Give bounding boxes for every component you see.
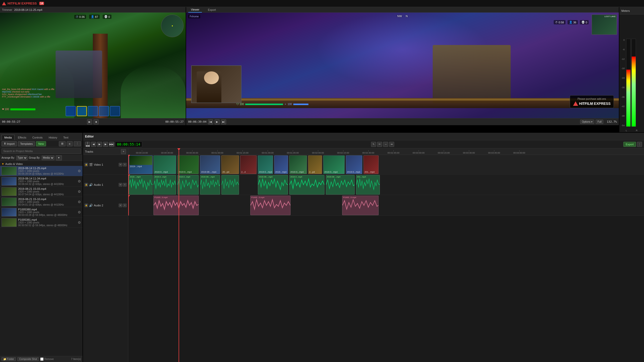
remove-checkbox[interactable]	[40, 357, 44, 361]
video-clip-0[interactable]: 2019-...mp4	[129, 155, 153, 174]
audio2-mute[interactable]: M	[119, 204, 122, 207]
next-btn[interactable]: ▶	[103, 142, 108, 147]
play-btn-viewer[interactable]: ▶	[215, 119, 220, 124]
tab-media[interactable]: Media	[2, 135, 15, 140]
video-clip-9[interactable]: 2...p4	[308, 155, 322, 174]
video-clip-4[interactable]: 20...p4	[221, 155, 239, 174]
add-track-btn[interactable]: +	[121, 149, 126, 154]
zoom-btn[interactable]: Full	[596, 120, 603, 124]
media-item-5[interactable]: P1005381.mp4 1920 × 1080 pixels 00:50:50…	[0, 217, 83, 228]
new-button[interactable]: New	[36, 141, 46, 146]
audio-clip-6[interactable]: 2019-0...mp4	[289, 175, 325, 195]
filter-btn[interactable]: ▾	[56, 155, 62, 160]
gear-icon-2[interactable]: ⚙	[78, 190, 81, 194]
video1-lock-btn[interactable]: 🔒	[85, 163, 88, 166]
audio2-solo[interactable]: S	[123, 204, 127, 207]
media-item-1[interactable]: 2019-08-14 11-34.mp4 1920 × 1080 pixels …	[0, 176, 83, 187]
audio-track-1[interactable]: 2019-...mp4 2019-0...mp4 2	[128, 174, 644, 195]
gear-icon-5[interactable]: ⚙	[78, 220, 81, 224]
video-track-1[interactable]: 2019-...mp4 2019-0...mp4 2019-0...mp4	[128, 155, 644, 174]
tab-text[interactable]: Text	[61, 135, 71, 140]
media-item-4[interactable]: P1005380.mp4 1920 × 1080 pixels 00:03:33…	[0, 207, 83, 217]
view-toggle-grid[interactable]: ⊞	[59, 141, 66, 146]
ruler-15: 00:04:00:00	[507, 150, 532, 154]
audio2-clip-0[interactable]: P1005...0.mp4	[153, 196, 199, 215]
video-clip-1[interactable]: 2019-0...mp4	[153, 155, 176, 174]
audio2-clip-2[interactable]: P1005...0.mp4	[342, 196, 379, 215]
audio-clip-0[interactable]: 2019-...mp4	[129, 175, 153, 195]
composite-shot-btn[interactable]: Composite Shot	[17, 357, 39, 361]
audio1-lock-btn[interactable]: 🔒	[85, 183, 88, 187]
editor-options-btn[interactable]: ⋮	[637, 142, 642, 147]
group-by-select[interactable]: Media	[42, 156, 54, 160]
media-item-0[interactable]: 2019-08-14 11-25.mp4 1920 × 1080 pixels …	[0, 166, 83, 176]
play-button-left[interactable]: ▶	[87, 119, 92, 124]
stop-button-left[interactable]: ■	[94, 119, 99, 124]
thumb-img-5	[2, 218, 16, 227]
media-item-2[interactable]: 2019-08-21 15-03.mp4 1920 × 1080 pixels …	[0, 187, 83, 197]
thumb-img-2	[2, 188, 16, 196]
audio-clip-7[interactable]: 2019-08-...mp4	[326, 175, 355, 195]
play-editor-btn[interactable]: ▶	[97, 142, 102, 147]
audio-clip-8[interactable]: 201...mp4	[356, 175, 380, 195]
video-clip-10[interactable]: 2019-0...mp4	[323, 155, 345, 174]
prev-btn[interactable]: ◀	[91, 142, 96, 147]
tab-controls[interactable]: Controls	[29, 135, 45, 140]
gear-icon-4[interactable]: ⚙	[78, 210, 81, 214]
video-clip-6[interactable]: 2019-0...mp4	[258, 155, 273, 174]
video-clip-7[interactable]: 2019...mp4	[274, 155, 288, 174]
media-options-btn[interactable]: ⋮	[74, 141, 81, 146]
audio2-clip-1[interactable]: P1005...0.mp4	[250, 196, 291, 215]
video-clip-3[interactable]: 2019-08-...mp4	[200, 155, 220, 174]
gear-icon-1[interactable]: ⚙	[78, 179, 81, 183]
audio2-lock-btn[interactable]: 🔒	[85, 204, 88, 207]
tab-viewer[interactable]: Viewer	[188, 7, 202, 13]
audio-clip-2[interactable]: 2019-0...mp4	[177, 175, 199, 195]
prev-frame-btn[interactable]: |◀	[208, 119, 213, 124]
timeline-ruler: 00:00:15:00 00:00:30:00 00:00:45:00 00:0…	[128, 148, 644, 155]
gear-icon-3[interactable]: ⚙	[78, 200, 81, 204]
folder-audio-video[interactable]: ▼ Audio & Video	[0, 162, 83, 166]
editor-export-btn[interactable]: Export	[623, 142, 636, 147]
templates-button[interactable]: Templates	[18, 141, 35, 146]
audio-clip-5[interactable]: 2019-08-...mp4	[258, 175, 288, 195]
audio1-solo[interactable]: S	[123, 183, 127, 187]
next-frame-btn[interactable]: ▶|	[221, 119, 226, 124]
video-clip-12[interactable]: 201...mp4	[364, 155, 379, 174]
tab-export[interactable]: Export	[205, 7, 219, 12]
tool-slip[interactable]: ↔	[383, 142, 388, 147]
tool-select[interactable]: ↖	[371, 142, 376, 147]
tool-cut[interactable]: ✂	[377, 142, 382, 147]
media-item-3[interactable]: 2019-08-21 15-10.mp4 1920 × 1080 pixels …	[0, 197, 83, 207]
audio1-mute[interactable]: M	[119, 183, 122, 187]
go-start-btn[interactable]: |◀◀	[85, 142, 90, 147]
options-btn[interactable]: Options ▾	[580, 120, 594, 124]
gear-icon-0[interactable]: ⚙	[78, 169, 81, 173]
media-info-5: P1005381.mp4 1920 × 1080 pixels 00:50:50…	[18, 218, 76, 227]
go-end-btn[interactable]: ▶▶|	[109, 142, 114, 147]
media-meta2-2: 00:07:54:04 @ 60fps, stereo @ 44100Hz	[18, 193, 76, 196]
tab-history[interactable]: History	[46, 135, 60, 140]
viewer-video-frame[interactable]: Fxhome NW N LOOT LAKE ⏱ 0:58 👤 36	[186, 13, 619, 118]
import-button[interactable]: ⬇ Import	[2, 141, 17, 146]
view-toggle-list[interactable]: ≡	[67, 141, 73, 146]
video-clip-5[interactable]: 2...4	[240, 155, 257, 174]
video1-mute[interactable]: M	[119, 163, 122, 166]
tool-slide[interactable]: ⇔	[389, 142, 394, 147]
thumb-4	[2, 208, 17, 216]
audio-clip-4[interactable]	[221, 175, 239, 195]
timeline-content[interactable]: 00:00:15:00 00:00:30:00 00:00:45:00 00:0…	[128, 148, 644, 362]
video-clip-11[interactable]: 2019-0...mp4	[346, 155, 362, 174]
media-search[interactable]	[2, 148, 81, 154]
meters-title: Meters	[621, 9, 630, 12]
audio-track-2[interactable]: P1005...0.mp4 P1005...0.mp4	[128, 195, 644, 216]
arrange-by-select[interactable]: Type	[16, 156, 27, 160]
trimmer-video-frame[interactable]: ⏱ 0:36 👤 87 💀 0 mat_the_bo	[0, 13, 186, 118]
audio-clip-1[interactable]: 2019-0...mp4	[153, 175, 176, 195]
folder-btn[interactable]: 📁 Folder	[2, 357, 16, 361]
audio-clip-3[interactable]: 2019-08-...mp4	[200, 175, 220, 195]
video1-solo[interactable]: S	[123, 163, 127, 166]
video-clip-8[interactable]: 2019-0...mp4	[289, 155, 307, 174]
video-clip-2[interactable]: 2019-0...mp4	[177, 155, 199, 174]
tab-effects[interactable]: Effects	[15, 135, 29, 140]
